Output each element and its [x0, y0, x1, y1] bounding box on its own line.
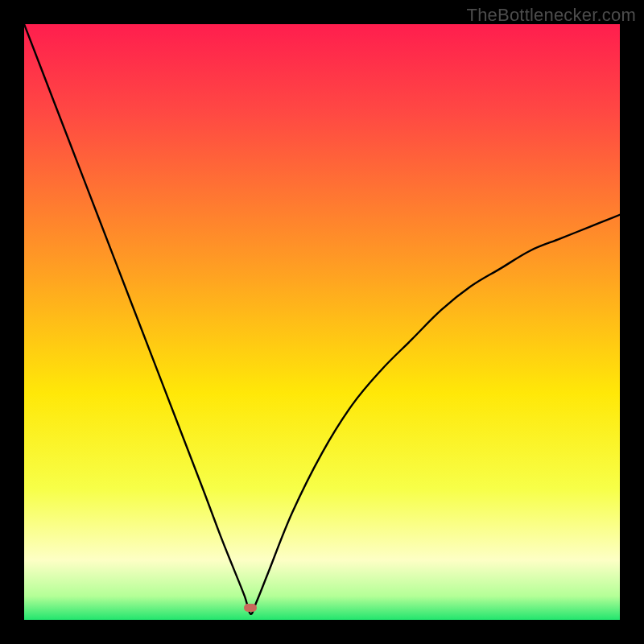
- minimum-marker: [244, 604, 257, 612]
- bottleneck-curve: [24, 24, 620, 620]
- plot-frame: [24, 24, 620, 620]
- attribution-text: TheBottlenecker.com: [467, 5, 636, 26]
